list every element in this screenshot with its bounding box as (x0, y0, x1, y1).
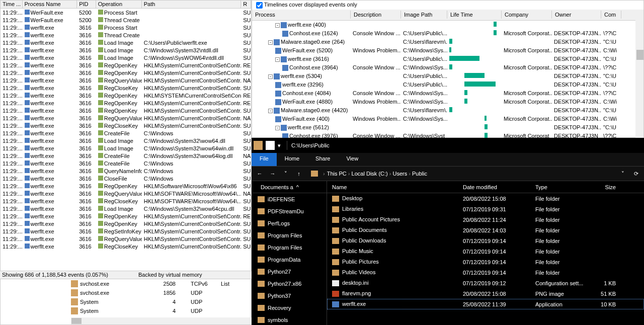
process-tree-row[interactable]: -werflt.exe (5612)DESKTOP-47J3N..."C:\U (252, 123, 643, 132)
tree-col-owner[interactable]: Owner (552, 11, 601, 19)
horizontal-scrollbar[interactable] (71, 317, 252, 324)
event-row[interactable]: 11:29:...werflt.exe3616RegOpenKeyHKLM\SY… (1, 92, 251, 99)
event-row[interactable]: 11:29:...werflt.exe3616RegOpenKeyHKLM\Sy… (1, 61, 251, 69)
event-row[interactable]: 11:29:...werflt.exe3616RegQueryValueHKLM… (1, 114, 251, 122)
tree-scrollbar-thumb[interactable] (636, 50, 643, 60)
event-row[interactable]: 11:29:...werflt.exe3616RegQueryValueHKLM… (1, 76, 251, 84)
tree-toggle-icon[interactable]: - (268, 109, 273, 113)
event-row[interactable]: 11:29:...werflt.exe3616CreateFileC:\Wind… (1, 129, 251, 137)
nav-forward-button[interactable]: → (269, 171, 277, 177)
event-row[interactable]: 11:29:...werflt.exe3616Load ImageC:\Wind… (1, 46, 251, 54)
properties-icon[interactable] (266, 141, 275, 150)
event-row[interactable]: 11:29:...werflt.exe3616RegQueryValueHKLM… (1, 235, 251, 242)
event-row[interactable]: 11:29:...werflt.exe3616CloseFileC:\Windo… (1, 175, 251, 182)
process-tree-row[interactable]: WerFault.exe (5200)Windows Problem...C:\… (252, 46, 643, 55)
event-row[interactable]: 11:29:...werflt.exe3616RegOpenKeyHKLM\So… (1, 182, 251, 190)
tree-toggle-icon[interactable]: - (268, 74, 273, 79)
file-list-item[interactable]: desktop.ini07/12/2019 09:12Configuration… (327, 278, 644, 288)
file-list-item[interactable]: Public Documents20/08/2022 14:03File fol… (327, 225, 644, 235)
event-row[interactable]: 11:29:...werflt.exe3616RegCloseKeyHKLM\S… (1, 197, 251, 205)
event-row[interactable]: 11:29:...werflt.exe3616Load ImageC:\Wind… (1, 144, 251, 152)
tree-col-description[interactable]: Description (351, 11, 401, 19)
address-dropdown[interactable]: ˅ (619, 171, 627, 177)
process-tree-row[interactable]: WerFault.exe (4880)Windows Problem...C:\… (252, 98, 643, 106)
nav-tree-item[interactable]: Program Files (252, 229, 327, 241)
event-row[interactable]: 11:29:...werflt.exe3616Load ImageC:\User… (1, 39, 251, 46)
process-tree-row[interactable]: werflt.exe (3296)C:\Users\Public\...DESK… (252, 80, 643, 89)
tree-toggle-icon[interactable]: - (275, 57, 280, 62)
tree-toggle-icon[interactable]: - (268, 40, 273, 45)
process-tree-row[interactable]: -Malware.stage0.exe (264)C:\Users\flarev… (252, 38, 643, 46)
nav-tree-item[interactable]: Python27 (252, 266, 327, 278)
breadcrumb-item[interactable]: This PC (327, 171, 347, 177)
file-list-item[interactable]: Libraries07/12/2019 09:31File folder (327, 204, 644, 214)
tree-col-command[interactable]: Com (601, 11, 621, 19)
event-row[interactable]: 11:29:...werflt.exe3616RegOpenKeyHKLM\Sy… (1, 212, 251, 220)
file-list-item[interactable]: Desktop20/08/2022 15:08File folder (327, 193, 644, 204)
network-row[interactable]: svchost.exe1856UDP (1, 288, 251, 297)
col-pid[interactable]: PID (77, 1, 96, 8)
event-row[interactable]: 11:29:...werflt.exe3616RegOpenKeyHKLM\Sy… (1, 99, 251, 107)
process-tree-row[interactable]: WerFault.exe (400)Windows Problem...C:\W… (252, 115, 643, 123)
timeline-checkbox[interactable] (256, 2, 263, 9)
nav-tree-item[interactable]: PerfLogs (252, 217, 327, 229)
file-list-item[interactable]: Public Music07/12/2019 09:14File folder (327, 246, 644, 257)
nav-tree-item[interactable]: ProgramData (252, 254, 327, 266)
process-tree-row[interactable]: -werflt.exe (5304)C:\Users\Public\...DES… (252, 72, 643, 80)
event-row[interactable]: 11:29:...werflt.exe3616Load ImageC:\Wind… (1, 137, 251, 144)
nav-tree-header[interactable]: Documents a ^ (252, 181, 327, 193)
file-list-item[interactable]: Public Account Pictures20/08/2022 11:24F… (327, 214, 644, 225)
address-bar[interactable]: › This PC › Local Disk (C:) › Users › Pu… (308, 171, 614, 177)
nav-tree-item[interactable]: Program Files (252, 241, 327, 254)
file-list-item[interactable]: Public Videos07/12/2019 09:14File folder (327, 267, 644, 278)
nav-tree-item[interactable]: symbols (252, 314, 327, 325)
process-tree-row[interactable]: Conhost.exe (4084)Console Window ...C:\W… (252, 89, 643, 98)
file-list-item[interactable]: flarevm.png20/08/2022 15:08PNG image51 K… (327, 288, 644, 299)
scrollbar-thumb[interactable] (71, 318, 82, 324)
tree-col-process[interactable]: Process (252, 11, 351, 19)
event-row[interactable]: 11:29:...werflt.exe3616RegOpenKeyHKLM\Sy… (1, 107, 251, 114)
breadcrumb-item[interactable]: Users (392, 171, 407, 177)
event-row[interactable]: 11:29:...werflt.exe3616Load ImageC:\Wind… (1, 205, 251, 212)
tree-col-life-time[interactable]: Life Time (447, 11, 502, 19)
event-row[interactable]: 11:29:...werflt.exe3616RegCloseKeyHKLM\S… (1, 122, 251, 129)
tree-col-image-path[interactable]: Image Path (401, 11, 447, 19)
event-row[interactable]: 11:29:...werflt.exe3616CreateFileC:\Wind… (1, 159, 251, 167)
nav-tree-item[interactable]: PDFStreamDu (252, 205, 327, 217)
tree-col-company[interactable]: Company (502, 11, 552, 19)
nav-refresh-button[interactable]: ⟳ (632, 171, 640, 177)
col-process-name[interactable]: Process Name (23, 1, 77, 8)
event-row[interactable]: 11:29:...werflt.exe3616RegSetInfoKeyHKLM… (1, 227, 251, 235)
event-row[interactable]: 11:29:...WerFault.exe5200Thread CreateSU (1, 16, 251, 24)
col-name[interactable]: Name (327, 184, 458, 190)
event-row[interactable]: 11:29:...werflt.exe3616RegCloseKeyHKLM\S… (1, 242, 251, 250)
process-tree-row[interactable]: -werflt.exe (3616)C:\Users\Public\...DES… (252, 55, 643, 63)
col-size[interactable]: Size (591, 184, 621, 190)
event-row[interactable]: 11:29:...werflt.exe3616Load ImageC:\Wind… (1, 54, 251, 61)
process-tree-row[interactable]: -werflt.exe (400) (252, 21, 643, 29)
nav-history-dropdown[interactable]: ˅ (282, 171, 290, 177)
ribbon-file-tab[interactable]: File (252, 153, 277, 166)
event-row[interactable]: 11:29:...werflt.exe3616RegOpenKeyHKLM\Sy… (1, 220, 251, 227)
event-row[interactable]: 11:29:...werflt.exe3616Process StartSU (1, 24, 251, 31)
nav-tree-item[interactable]: Python27.x86 (252, 278, 327, 290)
breadcrumb-item[interactable]: Local Disk (C:) (352, 171, 388, 177)
tree-toggle-icon[interactable]: - (275, 126, 280, 130)
file-list-item[interactable]: Public Pictures07/12/2019 09:14File fold… (327, 257, 644, 267)
tree-scrollbar[interactable] (635, 10, 643, 138)
col-path[interactable]: Path (142, 1, 241, 8)
event-row[interactable]: 11:29:...werflt.exe3616QueryNameInfo...C… (1, 167, 251, 175)
event-row[interactable]: 11:29:...WerFault.exe5200Process StartSU (1, 9, 251, 16)
event-row[interactable]: 11:29:...werflt.exe3616RegOpenKeyHKLM\Sy… (1, 69, 251, 76)
breadcrumb-item[interactable]: Public (412, 171, 427, 177)
col-operation[interactable]: Operation (96, 1, 142, 8)
qat-dropdown-icon[interactable]: ▾ (278, 142, 284, 149)
file-list-item[interactable]: Public Downloads07/12/2019 09:14File fol… (327, 235, 644, 246)
ribbon-home-tab[interactable]: Home (277, 153, 307, 166)
event-row[interactable]: 11:29:...werflt.exe3616CreateFileC:\Wind… (1, 152, 251, 159)
network-row[interactable]: System4UDP (1, 297, 251, 306)
process-tree-row[interactable]: Conhost.exe (3964)Console Window ...C:\W… (252, 63, 643, 72)
network-row[interactable]: svchost.exe2508TCPv6List (1, 279, 251, 288)
process-tree-row[interactable]: -Malware.stage0.exe (4420)C:\Users\flare… (252, 106, 643, 115)
explorer-nav-tree[interactable]: Documents a ^ iDEFENSEPDFStreamDuPerfLog… (252, 181, 327, 325)
